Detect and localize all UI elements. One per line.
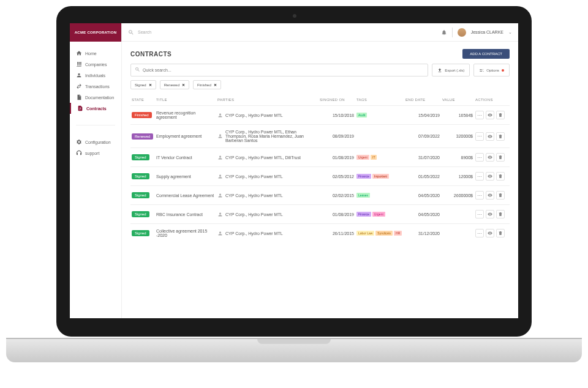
more-button[interactable]: ⋯ xyxy=(475,210,484,218)
avatar[interactable] xyxy=(458,28,466,37)
tag[interactable]: Audit xyxy=(356,113,367,118)
parties-text: CYP Corp., Hydro Power MTL xyxy=(225,113,283,118)
options-button[interactable]: Options xyxy=(473,64,510,76)
contract-title: IT Vendor Contract xyxy=(155,148,216,167)
add-contract-button[interactable]: ADD A CONTRACT xyxy=(462,49,510,59)
table-row[interactable]: Signed Commercial Lease Agreement CYP Co… xyxy=(130,186,510,205)
bell-icon[interactable] xyxy=(441,29,447,35)
contract-title: RBC Insurance Contract xyxy=(155,205,216,224)
parties-icon xyxy=(217,174,223,179)
view-button[interactable] xyxy=(486,132,494,141)
view-button[interactable] xyxy=(486,229,494,237)
trash-icon xyxy=(498,231,503,236)
filter-chip-renewed[interactable]: Renewed✕ xyxy=(160,80,189,89)
tag[interactable]: Finance xyxy=(356,174,371,179)
chevron-down-icon[interactable]: ⌄ xyxy=(508,30,512,35)
close-icon[interactable]: ✕ xyxy=(214,83,217,87)
eye-icon xyxy=(488,231,492,236)
more-button[interactable]: ⋯ xyxy=(475,153,484,162)
column-header[interactable]: ACTIONS xyxy=(474,95,510,106)
sliders-icon xyxy=(479,68,484,73)
view-button[interactable] xyxy=(486,172,494,181)
filter-chip-finished[interactable]: Finished✕ xyxy=(193,80,221,89)
parties-icon xyxy=(217,231,223,236)
brand-logo: ACME CORPORATION xyxy=(70,23,121,42)
tag[interactable]: Important xyxy=(372,174,389,179)
delete-button[interactable] xyxy=(496,153,505,162)
username-label[interactable]: Jessica CLARKE xyxy=(471,30,503,34)
tag[interactable]: Urgent xyxy=(372,212,385,217)
column-header[interactable]: PARTIES xyxy=(216,95,318,106)
table-row[interactable]: Finished Revenue recognition agreement C… xyxy=(130,106,510,125)
sidebar-item-label: Individuals xyxy=(85,73,105,78)
more-button[interactable]: ⋯ xyxy=(475,191,484,200)
state-badge: Signed xyxy=(132,173,149,179)
sidebar-item-label: Transactions xyxy=(85,84,110,89)
view-button[interactable] xyxy=(486,111,494,119)
table-row[interactable]: Renewed Employment agreement CYP Corp., … xyxy=(130,125,510,148)
tag[interactable]: Finance xyxy=(356,212,371,217)
column-header[interactable]: SINGNED ON xyxy=(318,95,355,106)
table-row[interactable]: Signed RBC Insurance Contract CYP Corp.,… xyxy=(130,205,510,224)
trash-icon xyxy=(498,134,503,139)
export-button[interactable]: Export (.xls) xyxy=(432,64,470,76)
table-row[interactable]: Signed IT Vendor Contract CYP Corp., Hyd… xyxy=(130,148,510,167)
more-button[interactable]: ⋯ xyxy=(475,132,484,141)
column-header[interactable]: TITLE xyxy=(155,95,216,106)
filter-chip-signed[interactable]: Signed✕ xyxy=(130,80,156,89)
tag[interactable]: Labor Law xyxy=(356,231,374,236)
column-header[interactable]: END DATE xyxy=(404,95,441,106)
view-button[interactable] xyxy=(486,191,494,200)
tag[interactable]: HR xyxy=(394,231,402,236)
house-icon xyxy=(76,50,82,56)
more-button[interactable]: ⋯ xyxy=(475,111,484,119)
delete-button[interactable] xyxy=(496,172,505,181)
delete-button[interactable] xyxy=(496,229,505,237)
signed-on: 15/10/2018 xyxy=(318,106,355,125)
table-row[interactable]: Signed Collective agreement 2015 -2020 C… xyxy=(130,224,510,243)
delete-button[interactable] xyxy=(496,132,505,141)
sidebar-item-home[interactable]: Home xyxy=(70,48,121,59)
sidebar-item-contracts[interactable]: Contracts xyxy=(70,103,121,114)
quick-search-input[interactable] xyxy=(143,68,424,72)
column-header[interactable]: TAGS xyxy=(355,95,404,106)
tag[interactable]: Syndicats xyxy=(375,231,393,236)
delete-button[interactable] xyxy=(496,210,505,218)
doc-icon xyxy=(76,94,82,100)
value: 2600000$ xyxy=(441,186,474,205)
column-header[interactable]: VALUE xyxy=(441,95,474,106)
table-row[interactable]: Signed Supply agreement CYP Corp., Hydro… xyxy=(130,167,510,186)
trash-icon xyxy=(498,193,503,198)
tag[interactable]: Urgent xyxy=(356,155,369,160)
state-badge: Renewed xyxy=(132,133,153,140)
close-icon[interactable]: ✕ xyxy=(182,83,185,87)
state-badge: Signed xyxy=(132,211,149,217)
quick-search[interactable] xyxy=(130,64,428,76)
close-icon[interactable]: ✕ xyxy=(149,83,152,87)
more-button[interactable]: ⋯ xyxy=(475,172,484,181)
search-icon xyxy=(128,29,134,35)
view-button[interactable] xyxy=(486,153,494,162)
sidebar-item-configuration[interactable]: Configuration xyxy=(70,136,121,147)
sidebar-item-documentation[interactable]: Documentation xyxy=(70,92,121,103)
sidebar-item-companies[interactable]: Companies xyxy=(70,59,121,70)
chip-label: Signed xyxy=(135,83,146,87)
signed-on: 01/08/2019 xyxy=(318,148,355,167)
options-indicator-icon xyxy=(502,69,504,72)
parties-icon xyxy=(217,193,223,198)
tag[interactable]: Leases xyxy=(356,193,370,198)
sidebar-item-transactions[interactable]: Transactions xyxy=(70,81,121,92)
more-button[interactable]: ⋯ xyxy=(475,229,484,237)
sidebar-item-individuals[interactable]: Individuals xyxy=(70,70,121,81)
person-icon xyxy=(76,72,82,78)
state-badge: Finished xyxy=(132,112,152,118)
delete-button[interactable] xyxy=(496,191,505,200)
view-button[interactable] xyxy=(486,210,494,218)
global-search[interactable]: Search xyxy=(128,29,441,35)
column-header[interactable]: STATE xyxy=(130,95,155,106)
sidebar-item-support[interactable]: support xyxy=(70,147,121,159)
tag[interactable]: IT xyxy=(371,155,377,160)
parties-text: CYP Corp., Hydro Power MTL xyxy=(225,231,283,236)
delete-button[interactable] xyxy=(496,111,505,119)
sidebar-item-label: Home xyxy=(85,51,97,56)
